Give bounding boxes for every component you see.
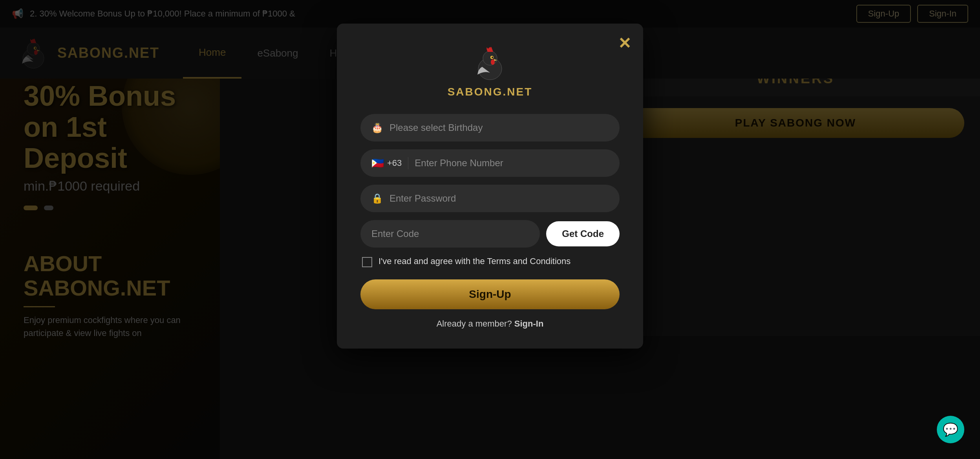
chat-button[interactable]: 💬 bbox=[937, 416, 964, 443]
code-row: Get Code bbox=[360, 220, 620, 248]
phone-code: +63 bbox=[387, 158, 402, 168]
birthday-field[interactable]: 🎂 bbox=[360, 114, 620, 141]
get-code-button[interactable]: Get Code bbox=[546, 221, 620, 246]
chat-icon: 💬 bbox=[943, 422, 958, 437]
code-input[interactable] bbox=[371, 228, 529, 239]
modal-overlay: ✕ SABONG.NET 🎂 🇵🇭 +63 bbox=[0, 0, 980, 459]
phone-field[interactable]: 🇵🇭 +63 bbox=[360, 149, 620, 177]
phone-prefix: 🇵🇭 +63 bbox=[371, 157, 408, 169]
birthday-input[interactable] bbox=[389, 122, 609, 133]
phone-input[interactable] bbox=[415, 158, 609, 169]
already-member-text: Already a member? bbox=[437, 319, 512, 329]
birthday-icon: 🎂 bbox=[371, 122, 383, 133]
signup-modal: ✕ SABONG.NET 🎂 🇵🇭 +63 bbox=[337, 24, 643, 349]
terms-checkbox[interactable] bbox=[362, 257, 372, 267]
modal-signup-button[interactable]: Sign-Up bbox=[360, 279, 620, 309]
svg-point-6 bbox=[483, 51, 497, 65]
modal-logo-text: SABONG.NET bbox=[448, 86, 533, 98]
code-input-wrap[interactable] bbox=[360, 220, 540, 248]
svg-point-8 bbox=[492, 57, 493, 58]
modal-rooster-icon bbox=[470, 43, 510, 83]
terms-row: I've read and agree with the Terms and C… bbox=[360, 255, 620, 268]
terms-text: I've read and agree with the Terms and C… bbox=[378, 255, 570, 268]
password-input[interactable] bbox=[389, 193, 609, 204]
password-field[interactable]: 🔒 bbox=[360, 185, 620, 212]
signin-row: Already a member? Sign-In bbox=[360, 319, 620, 329]
modal-logo: SABONG.NET bbox=[360, 43, 620, 98]
modal-close-button[interactable]: ✕ bbox=[618, 35, 631, 51]
lock-icon: 🔒 bbox=[371, 193, 383, 204]
modal-signin-link[interactable]: Sign-In bbox=[514, 319, 544, 329]
flag-icon: 🇵🇭 bbox=[371, 157, 384, 169]
svg-point-9 bbox=[491, 59, 495, 65]
